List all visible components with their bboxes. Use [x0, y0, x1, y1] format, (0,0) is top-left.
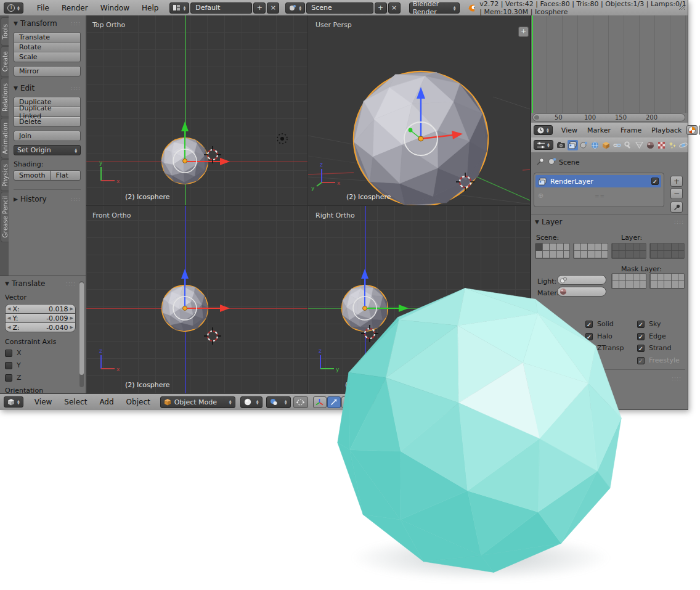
checkbox-edge[interactable]: ✓Edge: [637, 332, 666, 340]
scene-name-field[interactable]: Scene: [306, 2, 373, 14]
list-resize-grip[interactable]: ==: [595, 193, 605, 199]
increment-icon[interactable]: ▶: [70, 325, 73, 330]
properties-editor-type-button[interactable]: ▲▼: [534, 140, 553, 150]
menu-window[interactable]: Window: [94, 4, 136, 12]
join-button[interactable]: Join: [14, 131, 81, 141]
scrollbar-track[interactable]: [79, 281, 84, 387]
timeline-menu-frame[interactable]: Frame: [616, 126, 646, 134]
mirror-button[interactable]: Mirror: [14, 66, 81, 76]
timeline-area[interactable]: [531, 15, 688, 113]
layer-enabled-checkbox[interactable]: ✓: [651, 178, 659, 185]
screen-layout-field[interactable]: Default: [190, 2, 252, 14]
menu-render[interactable]: Render: [55, 4, 94, 12]
scrollbar-knob[interactable]: [534, 115, 539, 120]
timeline-menu-playback[interactable]: Playback: [646, 126, 686, 134]
window-resize-grip[interactable]: [677, 1, 686, 11]
vector-z-field[interactable]: ◀ Z: -0.040 ▶: [5, 322, 76, 332]
add-render-layer-button[interactable]: +: [670, 176, 683, 187]
edit-panel-header[interactable]: ▼ Edit ::::: [14, 84, 81, 92]
viewport-divider-v[interactable]: [307, 15, 308, 393]
tab-physics[interactable]: Physics: [1, 159, 9, 191]
tab-relations[interactable]: Relations: [1, 78, 9, 117]
mode-dropdown[interactable]: Object Mode ▲▼: [160, 396, 235, 408]
current-frame-indicator[interactable]: [532, 15, 533, 113]
increment-icon[interactable]: ▶: [70, 306, 73, 311]
operator-panel-header[interactable]: ▼ Translate ::::: [5, 279, 76, 288]
tab-object[interactable]: [601, 140, 611, 150]
render-layers-grid-2[interactable]: [649, 243, 685, 259]
duplicate-linked-button[interactable]: Duplicate Linked: [14, 107, 81, 117]
region-expand-button[interactable]: +: [518, 27, 529, 37]
tab-render[interactable]: [556, 140, 567, 150]
menu-help[interactable]: Help: [136, 4, 165, 12]
timeline-menu-marker[interactable]: Marker: [582, 126, 616, 134]
view-menu[interactable]: View: [28, 398, 58, 406]
active-layer-cell[interactable]: [535, 244, 542, 251]
scene-layers-grid-2[interactable]: [573, 243, 608, 259]
timeline-editor-type-button[interactable]: ▲▼: [534, 125, 553, 135]
transform-panel-header[interactable]: ▼ Transform ::::: [14, 19, 81, 28]
viewport-divider-h[interactable]: [86, 205, 530, 206]
add-menu[interactable]: Add: [93, 398, 120, 406]
tab-material[interactable]: [645, 140, 656, 150]
smooth-button[interactable]: Smooth: [14, 170, 51, 181]
pivot-dropdown[interactable]: ▲▼: [266, 396, 291, 408]
panel-grip[interactable]: ::::: [672, 375, 682, 382]
panel-grip[interactable]: ::::: [71, 196, 81, 202]
menu-file[interactable]: File: [31, 4, 55, 12]
constraint-z-checkbox[interactable]: Z: [5, 374, 76, 382]
checkbox-freestyle[interactable]: ✓Freestyle: [637, 356, 680, 364]
remove-render-layer-button[interactable]: −: [670, 188, 683, 199]
decrement-icon[interactable]: ◀: [7, 316, 10, 321]
delete-scene-button[interactable]: ×: [388, 2, 401, 14]
add-scene-button[interactable]: +: [375, 2, 387, 14]
checkbox-sky[interactable]: ✓Sky: [637, 320, 661, 328]
tab-tools[interactable]: Tools: [1, 17, 9, 46]
scrollbar-thumb[interactable]: [79, 282, 84, 375]
tab-modifiers[interactable]: [623, 140, 633, 150]
object-menu[interactable]: Object: [120, 398, 157, 406]
checkbox-strand[interactable]: ✓Strand: [637, 344, 672, 352]
timeline-menu-view[interactable]: View: [556, 126, 582, 134]
set-origin-dropdown[interactable]: Set Origin ▲▼: [14, 145, 81, 155]
panel-grip[interactable]: ::::: [71, 85, 81, 91]
scene-icon-button[interactable]: ▲▼: [285, 2, 305, 14]
viewport-shading-dropdown[interactable]: ▲▼: [240, 396, 262, 408]
add-layout-button[interactable]: +: [253, 2, 266, 14]
tab-constraints[interactable]: [612, 140, 622, 150]
tab-particles[interactable]: [667, 140, 678, 150]
close-layout-button[interactable]: ×: [267, 2, 279, 14]
add-row-icon[interactable]: ⊕: [538, 192, 543, 200]
vector-x-field[interactable]: ◀ X: 0.018 ▶: [5, 304, 76, 314]
tab-texture[interactable]: [656, 140, 667, 150]
pin-icon[interactable]: [536, 157, 545, 166]
select-menu[interactable]: Select: [58, 398, 93, 406]
mask-layers-grid-2[interactable]: [649, 273, 685, 289]
tab-world[interactable]: [590, 140, 600, 150]
panel-grip[interactable]: ::::: [66, 281, 76, 287]
render-layers-grid-1[interactable]: [611, 243, 646, 259]
viewport-front-ortho[interactable]: z x Front Ortho (2) Icosphere: [86, 206, 307, 393]
constraint-y-checkbox[interactable]: Y: [5, 361, 76, 369]
decrement-icon[interactable]: ◀: [7, 325, 10, 330]
constraint-x-checkbox[interactable]: X: [5, 349, 76, 357]
render-layer-row[interactable]: RenderLayer ✓: [535, 175, 661, 187]
viewport-top-ortho[interactable]: y x Top Ortho (2) Icosphere: [86, 15, 307, 205]
scale-button[interactable]: Scale: [14, 52, 81, 62]
tab-data[interactable]: [634, 140, 645, 150]
flat-button[interactable]: Flat: [50, 170, 81, 181]
tab-animation[interactable]: Animation: [1, 118, 9, 158]
panel-grip[interactable]: ::::: [674, 219, 684, 225]
screen-layout-icon-button[interactable]: ▲▼: [169, 2, 189, 14]
tab-create[interactable]: Create: [1, 46, 9, 77]
vector-y-field[interactable]: ◀ Y: -0.009 ▶: [5, 313, 76, 323]
manipulator-toggle-button[interactable]: [293, 396, 308, 408]
decrement-icon[interactable]: ◀: [7, 306, 10, 311]
timeline-ruler[interactable]: 50 100 150 200: [531, 113, 688, 123]
history-panel-header[interactable]: ▶ History ::::: [14, 189, 81, 203]
translate-button[interactable]: Translate: [14, 32, 81, 43]
manipulator-axes-button[interactable]: [313, 396, 327, 408]
panel-grip[interactable]: ::::: [71, 20, 81, 27]
scene-layers-grid-1[interactable]: [535, 243, 570, 259]
keying-set-button[interactable]: [686, 125, 698, 135]
